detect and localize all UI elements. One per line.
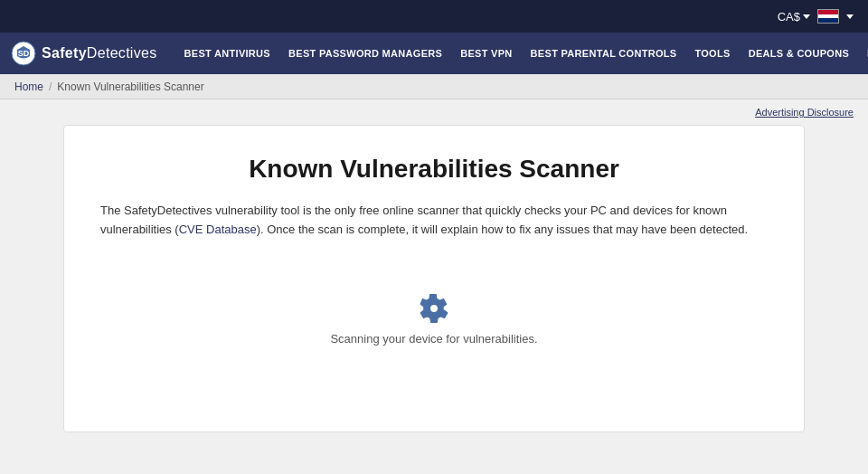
scanning-text: Scanning your device for vulnerabilities… bbox=[330, 332, 537, 346]
top-bar: CA$ bbox=[0, 0, 868, 33]
breadcrumb-separator: / bbox=[49, 81, 52, 93]
description-text-part2: ). Once the scan is complete, it will ex… bbox=[257, 223, 748, 236]
gear-icon bbox=[420, 294, 448, 323]
scanner-card: Known Vulnerabilities Scanner The Safety… bbox=[63, 125, 805, 432]
breadcrumb: Home / Known Vulnerabilities Scanner bbox=[0, 74, 868, 100]
chevron-down-icon bbox=[803, 14, 810, 19]
nav-items: BEST ANTIVIRUS BEST PASSWORD MANAGERS BE… bbox=[175, 33, 868, 74]
nav-item-best-password-managers[interactable]: BEST PASSWORD MANAGERS bbox=[279, 33, 451, 74]
nav-item-best-vpn[interactable]: BEST VPN bbox=[451, 33, 521, 74]
main-content: Advertising Disclosure Known Vulnerabili… bbox=[0, 100, 868, 474]
nav-bar: SD SafetyDetectives BEST ANTIVIRUS BEST … bbox=[0, 33, 868, 74]
flag-chevron-icon bbox=[846, 14, 854, 19]
nav-item-tools[interactable]: TOOLS bbox=[685, 33, 739, 74]
logo-text: SafetyDetectives bbox=[42, 45, 157, 62]
nav-item-best-parental-controls[interactable]: BEST PARENTAL CONTROLS bbox=[522, 33, 686, 74]
breadcrumb-home[interactable]: Home bbox=[14, 81, 43, 93]
flag-icon[interactable] bbox=[817, 9, 839, 24]
scanning-area: Scanning your device for vulnerabilities… bbox=[100, 294, 768, 346]
logo[interactable]: SD SafetyDetectives bbox=[11, 41, 157, 66]
currency-label: CA$ bbox=[778, 10, 800, 24]
breadcrumb-current: Known Vulnerabilities Scanner bbox=[57, 81, 203, 93]
logo-icon: SD bbox=[11, 41, 36, 66]
advertising-disclosure[interactable]: Advertising Disclosure bbox=[14, 107, 854, 118]
svg-text:SD: SD bbox=[18, 49, 30, 58]
nav-item-best-antivirus[interactable]: BEST ANTIVIRUS bbox=[175, 33, 279, 74]
scanner-description: The SafetyDetectives vulnerability tool … bbox=[100, 202, 768, 240]
scanner-title: Known Vulnerabilities Scanner bbox=[100, 155, 768, 184]
cve-link[interactable]: CVE Database bbox=[179, 223, 257, 236]
nav-item-deals-coupons[interactable]: DEALS & COUPONS bbox=[740, 33, 858, 74]
nav-item-blog[interactable]: BLOG bbox=[858, 33, 868, 74]
currency-selector[interactable]: CA$ bbox=[778, 10, 810, 24]
